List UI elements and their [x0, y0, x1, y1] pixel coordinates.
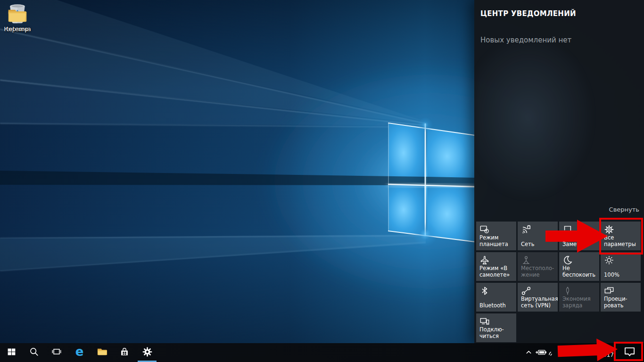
- taskbar: e 3 2017: [0, 343, 644, 362]
- search-icon: [29, 346, 39, 359]
- bluetooth-icon: [479, 286, 513, 296]
- taskbar-buttons: e: [0, 343, 158, 362]
- taskbar-search-button[interactable]: [23, 343, 45, 362]
- quick-action-airplane-mode[interactable]: Режим «В самолете»: [476, 252, 516, 281]
- airplane-icon: [479, 255, 513, 265]
- tile-label: Экономия заряда: [562, 296, 596, 309]
- collapse-button[interactable]: Свернуть: [609, 206, 639, 213]
- quick-action-location[interactable]: Местополо-жение: [518, 252, 558, 281]
- edge-icon: e: [73, 346, 86, 360]
- quick-action-all-settings[interactable]: Все параметры: [601, 222, 641, 250]
- quick-actions-grid: Режим планшета Сеть Заметка Все параметр…: [476, 222, 641, 342]
- quick-action-bluetooth[interactable]: Bluetooth: [476, 283, 516, 312]
- chevron-up-icon: [524, 348, 533, 357]
- tile-label: Режим планшета: [479, 235, 513, 248]
- tile-label: Местополо-жение: [521, 265, 555, 279]
- wifi-icon: [548, 349, 557, 358]
- tray-clock-date[interactable]: 2017: [586, 352, 614, 358]
- quick-action-quiet-hours[interactable]: Не беспокоить: [559, 252, 599, 281]
- tile-label: Не беспокоить: [562, 265, 596, 279]
- desktop-icon-tetemp-folder[interactable]: tetemp: [0, 0, 35, 33]
- action-center-icon: [623, 346, 636, 360]
- taskbar-settings-button[interactable]: [136, 343, 158, 362]
- action-center-tray-button[interactable]: [619, 345, 640, 361]
- tile-label: Заметка: [562, 241, 596, 248]
- connect-icon: [479, 316, 513, 327]
- folder-icon: [0, 0, 35, 25]
- tile-label: Подклю-читься: [479, 327, 513, 340]
- project-icon: [604, 286, 638, 296]
- taskbar-task-view-button[interactable]: [45, 343, 68, 362]
- tile-label: Все параметры: [604, 235, 638, 248]
- action-center-panel: ЦЕНТР УВЕДОМЛЕНИЙ Новых уведомлений нет …: [474, 0, 644, 343]
- quick-action-connect[interactable]: Подклю-читься: [476, 313, 516, 342]
- taskbar-store-button[interactable]: [113, 343, 136, 362]
- tile-label: Режим «В самолете»: [479, 265, 513, 279]
- explorer-folder-icon: [97, 346, 107, 359]
- no-notifications-message: Новых уведомлений нет: [480, 36, 571, 44]
- gear-icon: [604, 224, 638, 235]
- tray-clock-time[interactable]: 3: [589, 344, 606, 350]
- battery-saver-icon: [562, 286, 596, 296]
- tablet-mode-icon: [479, 224, 513, 235]
- location-icon: [521, 255, 555, 265]
- quick-action-note[interactable]: Заметка: [559, 222, 599, 250]
- tile-label: Bluetooth: [479, 303, 513, 309]
- tile-label: Виртуальная сеть (VPN): [521, 296, 555, 309]
- quick-action-brightness[interactable]: 100%: [601, 252, 641, 281]
- tile-label: 100%: [604, 272, 638, 279]
- network-icon: [521, 224, 555, 235]
- svg-text:e: e: [75, 346, 83, 358]
- quick-action-project[interactable]: Проеци-ровать: [601, 283, 641, 312]
- tile-label: Проеци-ровать: [604, 296, 638, 309]
- taskbar-edge-button[interactable]: e: [68, 343, 91, 362]
- tray-expand-button[interactable]: [524, 348, 533, 357]
- taskbar-start-button[interactable]: [0, 343, 23, 362]
- tile-label: Сеть: [521, 241, 555, 248]
- taskbar-file-explorer-button[interactable]: [91, 343, 113, 362]
- quick-action-tablet-mode[interactable]: Режим планшета: [476, 222, 516, 250]
- brightness-icon: [604, 255, 638, 265]
- store-icon: [119, 346, 130, 359]
- windows-logo-icon: [7, 347, 17, 359]
- tray-network-button[interactable]: [548, 348, 557, 358]
- vpn-icon: [521, 286, 555, 296]
- action-center-title: ЦЕНТР УВЕДОМЛЕНИЙ: [480, 9, 576, 18]
- windows-desktop: Корзина tetemp ЦЕНТР УВЕДОМЛЕНИЙ Новых у…: [0, 0, 644, 362]
- settings-gear-icon: [142, 346, 153, 359]
- moon-icon: [562, 255, 596, 265]
- tray-battery-button[interactable]: [535, 347, 547, 359]
- desktop-icon-label: tetemp: [0, 25, 35, 33]
- panel-translucency-glow: [474, 40, 594, 200]
- quick-action-battery-saver[interactable]: Экономия заряда: [559, 283, 599, 312]
- quick-action-network[interactable]: Сеть: [518, 222, 558, 250]
- battery-icon: [535, 350, 547, 359]
- note-icon: [562, 224, 596, 235]
- task-view-icon: [51, 346, 62, 359]
- quick-action-vpn[interactable]: Виртуальная сеть (VPN): [518, 283, 558, 312]
